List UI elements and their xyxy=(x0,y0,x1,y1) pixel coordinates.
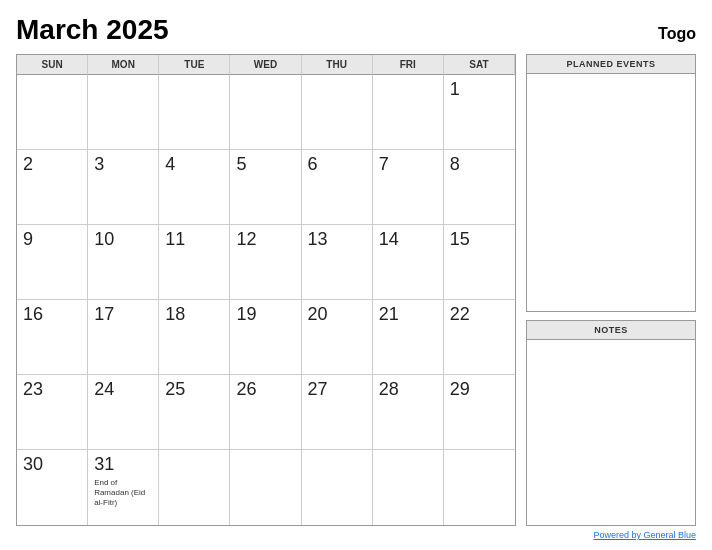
day-cell: 14 xyxy=(373,225,444,300)
day-number: 30 xyxy=(23,454,81,476)
day-number: 6 xyxy=(308,154,366,176)
day-cell: 4 xyxy=(159,150,230,225)
day-number: 19 xyxy=(236,304,294,326)
day-cell: 27 xyxy=(302,375,373,450)
day-cell xyxy=(302,450,373,525)
day-cell: 18 xyxy=(159,300,230,375)
notes-box: NOTES xyxy=(526,320,696,526)
day-number: 28 xyxy=(379,379,437,401)
day-cell: 11 xyxy=(159,225,230,300)
notes-header: NOTES xyxy=(527,321,695,340)
day-cell: 16 xyxy=(17,300,88,375)
day-cell: 6 xyxy=(302,150,373,225)
day-number: 17 xyxy=(94,304,152,326)
day-cell xyxy=(17,75,88,150)
planned-events-box: PLANNED EVENTS xyxy=(526,54,696,312)
day-number: 26 xyxy=(236,379,294,401)
footer: Powered by General Blue xyxy=(16,530,696,540)
day-cell: 26 xyxy=(230,375,301,450)
day-cell: 10 xyxy=(88,225,159,300)
powered-by-link[interactable]: Powered by General Blue xyxy=(593,530,696,540)
day-cell xyxy=(159,450,230,525)
day-number: 3 xyxy=(94,154,152,176)
day-number: 4 xyxy=(165,154,223,176)
day-header-tue: TUE xyxy=(159,55,230,75)
day-number: 16 xyxy=(23,304,81,326)
day-header-sat: SAT xyxy=(444,55,515,75)
main-content: SUNMONTUEWEDTHUFRISAT1234567891011121314… xyxy=(16,54,696,526)
sidebar: PLANNED EVENTS NOTES xyxy=(526,54,696,526)
day-cell xyxy=(88,75,159,150)
day-number: 27 xyxy=(308,379,366,401)
day-cell: 17 xyxy=(88,300,159,375)
header: March 2025 Togo xyxy=(16,14,696,46)
day-number: 12 xyxy=(236,229,294,251)
day-cell: 28 xyxy=(373,375,444,450)
day-cell xyxy=(444,450,515,525)
day-cell: 5 xyxy=(230,150,301,225)
day-number: 15 xyxy=(450,229,509,251)
day-cell: 25 xyxy=(159,375,230,450)
day-number: 31 xyxy=(94,454,152,476)
day-cell: 3 xyxy=(88,150,159,225)
day-header-wed: WED xyxy=(230,55,301,75)
planned-events-body xyxy=(527,74,695,311)
day-cell xyxy=(230,450,301,525)
day-cell: 22 xyxy=(444,300,515,375)
day-cell: 7 xyxy=(373,150,444,225)
day-cell: 12 xyxy=(230,225,301,300)
country-title: Togo xyxy=(658,25,696,43)
day-cell: 23 xyxy=(17,375,88,450)
day-number: 1 xyxy=(450,79,509,101)
day-number: 14 xyxy=(379,229,437,251)
day-number: 11 xyxy=(165,229,223,251)
day-number: 20 xyxy=(308,304,366,326)
day-cell: 24 xyxy=(88,375,159,450)
day-headers-row: SUNMONTUEWEDTHUFRISAT1234567891011121314… xyxy=(17,55,515,525)
day-number: 10 xyxy=(94,229,152,251)
day-cell xyxy=(373,75,444,150)
calendar-page: March 2025 Togo SUNMONTUEWEDTHUFRISAT123… xyxy=(0,0,712,550)
day-cell: 19 xyxy=(230,300,301,375)
day-header-fri: FRI xyxy=(373,55,444,75)
planned-events-header: PLANNED EVENTS xyxy=(527,55,695,74)
day-number: 22 xyxy=(450,304,509,326)
month-year-title: March 2025 xyxy=(16,14,169,46)
day-number: 9 xyxy=(23,229,81,251)
day-cell: 9 xyxy=(17,225,88,300)
day-number: 5 xyxy=(236,154,294,176)
day-event: End of Ramadan (Eid al-Fitr) xyxy=(94,478,152,509)
day-number: 29 xyxy=(450,379,509,401)
calendar-grid: SUNMONTUEWEDTHUFRISAT1234567891011121314… xyxy=(16,54,516,526)
day-cell: 8 xyxy=(444,150,515,225)
day-header-thu: THU xyxy=(302,55,373,75)
day-cell: 20 xyxy=(302,300,373,375)
day-number: 24 xyxy=(94,379,152,401)
day-cell: 15 xyxy=(444,225,515,300)
day-number: 21 xyxy=(379,304,437,326)
day-cell: 13 xyxy=(302,225,373,300)
notes-body xyxy=(527,340,695,525)
day-number: 25 xyxy=(165,379,223,401)
day-header-sun: SUN xyxy=(17,55,88,75)
day-number: 18 xyxy=(165,304,223,326)
day-cell xyxy=(302,75,373,150)
day-number: 8 xyxy=(450,154,509,176)
day-cell: 21 xyxy=(373,300,444,375)
day-cell: 29 xyxy=(444,375,515,450)
day-number: 2 xyxy=(23,154,81,176)
day-cell: 1 xyxy=(444,75,515,150)
day-cell: 31End of Ramadan (Eid al-Fitr) xyxy=(88,450,159,525)
day-cell xyxy=(373,450,444,525)
day-number: 7 xyxy=(379,154,437,176)
day-cell xyxy=(230,75,301,150)
day-cell: 30 xyxy=(17,450,88,525)
day-number: 23 xyxy=(23,379,81,401)
day-header-mon: MON xyxy=(88,55,159,75)
day-cell xyxy=(159,75,230,150)
day-cell: 2 xyxy=(17,150,88,225)
day-number: 13 xyxy=(308,229,366,251)
